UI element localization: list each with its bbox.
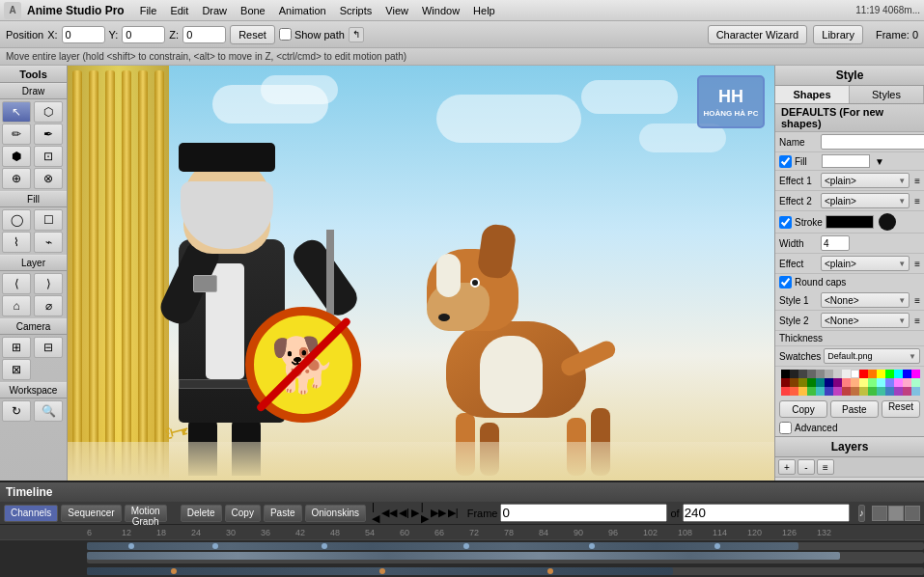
x-input[interactable]: [62, 26, 105, 43]
name-input[interactable]: [821, 134, 924, 150]
effect1-dropdown[interactable]: <plain> ▼: [821, 173, 910, 188]
fill-tool[interactable]: ◯: [2, 209, 31, 231]
swatch-navy[interactable]: [825, 378, 833, 387]
swatch-r5[interactable]: [816, 387, 825, 396]
effect2-options-icon[interactable]: ≡: [914, 196, 920, 206]
track-3[interactable]: [87, 567, 924, 575]
swatch-lightgreen[interactable]: [868, 378, 877, 387]
swatch-6[interactable]: [833, 370, 842, 378]
swatch-r3[interactable]: [798, 387, 807, 396]
track-node-5[interactable]: [589, 543, 595, 549]
track-1[interactable]: [87, 542, 924, 550]
stroke-effect-dropdown[interactable]: <plain> ▼: [821, 256, 910, 271]
total-frames-input[interactable]: [683, 504, 850, 522]
character-wizard-button[interactable]: Character Wizard: [708, 25, 808, 44]
rect-tool[interactable]: ⊡: [34, 146, 63, 167]
width-input[interactable]: [821, 235, 850, 251]
z-input[interactable]: [182, 26, 226, 43]
track-2[interactable]: [87, 552, 924, 563]
swatch-pink[interactable]: [903, 378, 911, 387]
tab-shapes[interactable]: Shapes: [775, 86, 850, 103]
select-tool[interactable]: ↖: [2, 101, 31, 123]
layer-delete-btn[interactable]: -: [798, 459, 815, 475]
zoom-tool[interactable]: ⊟: [34, 337, 63, 358]
swatch-yellow[interactable]: [877, 370, 885, 378]
swatch-r2[interactable]: [790, 387, 798, 396]
track-node-4[interactable]: [463, 543, 469, 549]
step-forward-btn[interactable]: |▶: [421, 501, 429, 525]
transform-tool[interactable]: ⬡: [34, 101, 63, 123]
zoom-view-tool[interactable]: 🔍: [34, 400, 63, 422]
tl-sequencer-btn[interactable]: Sequencer: [61, 505, 121, 522]
swatch-5[interactable]: [825, 370, 833, 378]
swatch-lightred[interactable]: [842, 378, 851, 387]
paint-tool[interactable]: ⌇: [2, 232, 31, 253]
tl-copy-btn[interactable]: Copy: [225, 505, 261, 522]
orbit-tool[interactable]: ⊠: [2, 359, 31, 380]
swatch-blue[interactable]: [903, 370, 911, 378]
swatch-brown[interactable]: [790, 378, 798, 387]
menu-edit[interactable]: Edit: [164, 3, 194, 18]
stroke-texture-btn[interactable]: [879, 213, 896, 231]
paste-button[interactable]: Paste: [830, 400, 879, 418]
track-node-1[interactable]: [128, 543, 134, 549]
swatch-r1[interactable]: [781, 387, 790, 396]
library-button[interactable]: Library: [813, 25, 863, 44]
track-node-7[interactable]: [171, 568, 177, 574]
menu-window[interactable]: Window: [416, 3, 465, 18]
round-caps-checkbox[interactable]: [779, 276, 792, 288]
step-backward-btn[interactable]: ◀|: [399, 507, 409, 519]
swatch-peach[interactable]: [851, 378, 859, 387]
y-input[interactable]: [122, 26, 165, 43]
swatch-magenta[interactable]: [911, 370, 920, 378]
layer-smile[interactable]: 👁 🔒 Smile: [775, 478, 924, 481]
stroke-checkbox[interactable]: [779, 216, 792, 229]
add-point-tool[interactable]: ⊕: [2, 168, 31, 189]
swatch-r15[interactable]: [903, 387, 911, 396]
rotate-view-tool[interactable]: ↻: [2, 400, 31, 422]
layer-vis-icon[interactable]: 👁: [779, 481, 793, 481]
swatch-darkgreen[interactable]: [807, 378, 816, 387]
tl-delete-btn[interactable]: Delete: [181, 505, 222, 522]
swatch-mint[interactable]: [911, 378, 920, 387]
play-forward-btn[interactable]: ▶▶: [431, 507, 446, 519]
rotate-layer-tool[interactable]: ⟩: [34, 273, 63, 294]
fill-checkbox[interactable]: [779, 155, 792, 168]
audio-btn[interactable]: ♪: [858, 505, 865, 522]
swatch-r16[interactable]: [911, 387, 920, 396]
reset-button[interactable]: Reset: [230, 25, 275, 44]
swatch-green[interactable]: [885, 370, 894, 378]
swatch-r12[interactable]: [877, 387, 885, 396]
swatches-dropdown[interactable]: Default.png ▼: [824, 348, 920, 364]
fill-expand-icon[interactable]: ▼: [875, 156, 884, 167]
swatch-red[interactable]: [859, 370, 868, 378]
swatch-r4[interactable]: [807, 387, 816, 396]
swatch-lightmagenta[interactable]: [894, 378, 903, 387]
move-layer-tool[interactable]: ⟨: [2, 273, 31, 294]
draw-tool[interactable]: ✏: [2, 124, 31, 145]
track-node-2[interactable]: [212, 543, 218, 549]
path-icon[interactable]: ↰: [349, 27, 364, 42]
tl-onionskins-btn[interactable]: Onionskins: [305, 505, 366, 522]
next-frame-btn[interactable]: ▶|: [448, 507, 459, 519]
swatch-olive[interactable]: [798, 378, 807, 387]
tl-motion-graph-btn[interactable]: Motion Graph: [125, 505, 167, 522]
style2-dropdown[interactable]: <None> ▼: [821, 313, 910, 328]
swatch-3[interactable]: [807, 370, 816, 378]
copy-button[interactable]: Copy: [779, 400, 827, 418]
swatch-white[interactable]: [851, 370, 859, 378]
delete-point-tool[interactable]: ⊗: [34, 168, 63, 189]
swatch-orange[interactable]: [868, 370, 877, 378]
effect2-dropdown[interactable]: <plain> ▼: [821, 193, 910, 208]
timeline-content[interactable]: 6 12 18 24 30 36 42 48 54 60 66 72 78 84…: [0, 525, 924, 577]
swatch-7[interactable]: [842, 370, 851, 378]
swatch-4[interactable]: [816, 370, 825, 378]
style2-icon[interactable]: ≡: [914, 316, 920, 326]
fill-color-swatch[interactable]: [822, 154, 870, 168]
swatch-r10[interactable]: [859, 387, 868, 396]
swatch-r6[interactable]: [825, 387, 833, 396]
swatch-lightblue[interactable]: [885, 378, 894, 387]
swatch-cyan[interactable]: [894, 370, 903, 378]
view-mode-2[interactable]: [888, 506, 904, 521]
swatch-purple[interactable]: [833, 378, 842, 387]
